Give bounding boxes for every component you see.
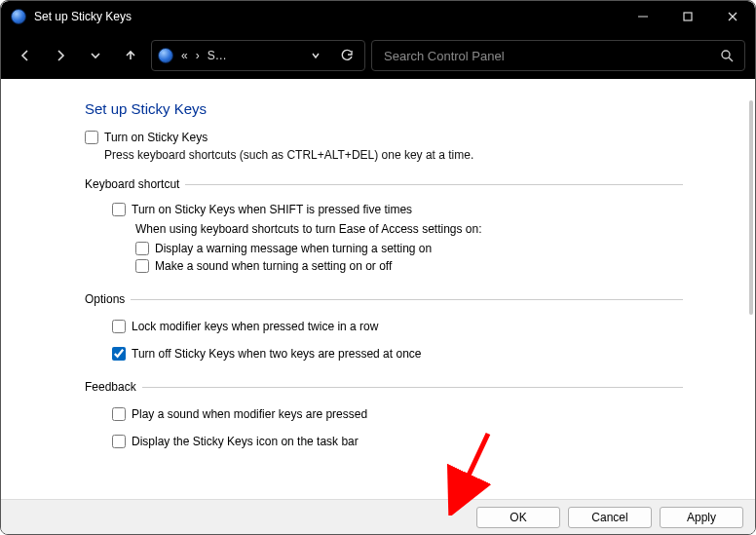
recent-dropdown[interactable] (81, 41, 110, 70)
turn-on-sticky-keys-checkbox[interactable] (85, 131, 98, 144)
play-sound-checkbox[interactable] (112, 407, 126, 421)
dialog-footer: OK Cancel Apply (1, 499, 755, 534)
play-sound-row[interactable]: Play a sound when modifier keys are pres… (112, 407, 683, 421)
two-keys-checkbox[interactable] (112, 347, 126, 361)
forward-button[interactable] (46, 41, 75, 70)
warning-message-row[interactable]: Display a warning message when turning a… (135, 242, 683, 255)
make-sound-checkbox[interactable] (135, 259, 149, 273)
navbar: « › S… (1, 32, 755, 79)
lock-modifier-label: Lock modifier keys when pressed twice in… (132, 320, 378, 333)
shift-five-times-checkbox[interactable] (112, 203, 126, 216)
turn-on-sticky-keys-row[interactable]: Turn on Sticky Keys (85, 131, 683, 144)
shift-five-times-row[interactable]: Turn on Sticky Keys when SHIFT is presse… (112, 203, 683, 216)
taskbar-icon-checkbox[interactable] (112, 435, 126, 448)
lock-modifier-row[interactable]: Lock modifier keys when pressed twice in… (112, 320, 683, 333)
breadcrumb: S… (208, 49, 296, 62)
search-icon[interactable] (720, 49, 735, 62)
make-sound-label: Make a sound when turning a setting on o… (155, 259, 392, 273)
shift-five-times-label: Turn on Sticky Keys when SHIFT is presse… (132, 203, 412, 216)
close-button[interactable] (710, 1, 755, 32)
play-sound-label: Play a sound when modifier keys are pres… (132, 407, 367, 421)
warning-message-checkbox[interactable] (135, 242, 149, 255)
titlebar: Set up Sticky Keys (1, 1, 755, 32)
svg-line-5 (729, 57, 733, 61)
breadcrumb-sep: « (181, 49, 188, 62)
search-box[interactable] (371, 40, 745, 71)
address-bar[interactable]: « › S… (151, 40, 365, 71)
search-input[interactable] (382, 48, 720, 64)
window-title: Set up Sticky Keys (34, 10, 132, 23)
app-icon (11, 9, 26, 24)
control-panel-icon (158, 48, 173, 63)
content-area: Set up Sticky Keys Turn on Sticky Keys P… (1, 79, 755, 499)
chevron-down-icon[interactable] (304, 50, 327, 61)
taskbar-icon-label: Display the Sticky Keys icon on the task… (132, 435, 359, 448)
apply-button[interactable]: Apply (660, 507, 743, 528)
keyboard-shortcut-legend: Keyboard shortcut (85, 177, 185, 191)
minimize-button[interactable] (621, 1, 665, 32)
svg-rect-1 (684, 13, 692, 20)
scrollbar-thumb[interactable] (749, 100, 753, 315)
maximize-button[interactable] (665, 1, 710, 32)
svg-point-4 (722, 51, 730, 58)
two-keys-row[interactable]: Turn off Sticky Keys when two keys are p… (112, 347, 683, 361)
ease-of-access-subtext: When using keyboard shortcuts to turn Ea… (135, 222, 683, 236)
feedback-group: Feedback Play a sound when modifier keys… (85, 380, 683, 452)
options-group: Options Lock modifier keys when pressed … (85, 292, 683, 370)
ok-button[interactable]: OK (476, 507, 560, 528)
warning-message-label: Display a warning message when turning a… (155, 242, 432, 255)
turn-on-desc: Press keyboard shortcuts (such as CTRL+A… (104, 148, 683, 162)
make-sound-row[interactable]: Make a sound when turning a setting on o… (135, 259, 683, 273)
back-button[interactable] (11, 41, 40, 70)
feedback-legend: Feedback (85, 380, 142, 394)
page-title: Set up Sticky Keys (85, 100, 683, 117)
refresh-button[interactable] (335, 49, 359, 62)
up-button[interactable] (116, 41, 145, 70)
taskbar-icon-row[interactable]: Display the Sticky Keys icon on the task… (112, 435, 683, 448)
turn-on-sticky-keys-label: Turn on Sticky Keys (104, 131, 208, 144)
breadcrumb-sep: › (196, 49, 200, 62)
two-keys-label: Turn off Sticky Keys when two keys are p… (132, 347, 421, 361)
lock-modifier-checkbox[interactable] (112, 320, 126, 333)
options-legend: Options (85, 292, 131, 306)
cancel-button[interactable]: Cancel (568, 507, 652, 528)
keyboard-shortcut-group: Keyboard shortcut Turn on Sticky Keys wh… (85, 177, 683, 283)
